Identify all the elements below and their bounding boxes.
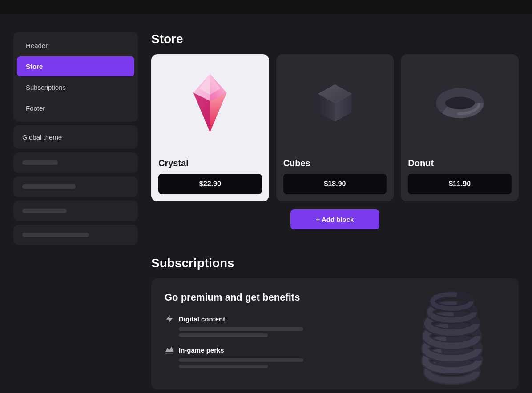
- subscription-visual: [394, 287, 510, 385]
- sidebar-placeholder-2: [13, 176, 138, 197]
- crown-icon: [165, 345, 174, 355]
- benefit-header-digital: Digital content: [165, 314, 369, 324]
- benefit-lines-digital: [179, 327, 369, 337]
- store-section: Store: [151, 32, 519, 256]
- sidebar-placeholder-4: [13, 225, 138, 245]
- sidebar-nav: Header Store Subscriptions Footer: [13, 32, 138, 122]
- placeholder-bar: [22, 184, 76, 189]
- card-info-cubes: Cubes $18.90: [276, 152, 394, 201]
- benefit-line: [179, 358, 303, 362]
- subscriptions-title: Subscriptions: [151, 256, 519, 270]
- card-info-donut: Donut $11.90: [401, 152, 519, 201]
- benefit-line: [179, 327, 303, 331]
- main-content: Store: [151, 32, 532, 393]
- cubes-icon: [313, 81, 357, 125]
- sidebar-item-footer[interactable]: Footer: [17, 98, 134, 118]
- sidebar-placeholder-3: [13, 201, 138, 221]
- benefit-line: [179, 365, 268, 368]
- app-layout: Header Store Subscriptions Footer Global…: [0, 14, 532, 393]
- donut-price-button[interactable]: $11.90: [408, 174, 512, 194]
- cubes-price-button[interactable]: $18.90: [283, 174, 387, 194]
- donut-icon: [433, 81, 487, 125]
- store-title: Store: [151, 32, 519, 46]
- store-cards-grid: Crystal $22.90: [151, 54, 519, 201]
- crystal-icon: [183, 72, 237, 134]
- benefit-header-ingame: In-game perks: [165, 345, 369, 355]
- add-block-button[interactable]: + Add block: [290, 209, 379, 229]
- benefit-ingame-perks: In-game perks: [165, 345, 369, 368]
- benefit-digital-content: Digital content: [165, 314, 369, 337]
- benefit-line: [179, 333, 268, 337]
- subscription-content: Go premium and get benefits Digital cont…: [165, 292, 369, 376]
- card-name-cubes: Cubes: [283, 158, 387, 168]
- card-image-crystal: [151, 54, 269, 152]
- benefit-lines-ingame: [179, 358, 369, 368]
- card-image-cubes: [276, 54, 394, 152]
- lightning-icon: [165, 314, 174, 324]
- card-image-donut: [401, 54, 519, 152]
- store-card-donut[interactable]: Donut $11.90: [401, 54, 519, 201]
- card-name-crystal: Crystal: [158, 158, 262, 168]
- benefit-label-digital: Digital content: [179, 315, 225, 323]
- card-info-crystal: Crystal $22.90: [151, 152, 269, 201]
- card-name-donut: Donut: [408, 158, 512, 168]
- placeholder-bar: [22, 160, 58, 165]
- subscriptions-section: Subscriptions Go premium and get benefit…: [151, 256, 519, 389]
- global-theme-section[interactable]: Global theme: [13, 125, 138, 149]
- sidebar-placeholder-1: [13, 152, 138, 173]
- benefit-label-ingame: In-game perks: [179, 346, 224, 354]
- sidebar-item-header[interactable]: Header: [17, 36, 134, 56]
- sidebar: Header Store Subscriptions Footer Global…: [13, 32, 138, 393]
- store-card-cubes[interactable]: Cubes $18.90: [276, 54, 394, 201]
- spiral-icon: [403, 287, 501, 385]
- store-card-crystal[interactable]: Crystal $22.90: [151, 54, 269, 201]
- sidebar-item-subscriptions[interactable]: Subscriptions: [17, 77, 134, 97]
- placeholder-bar: [22, 233, 89, 237]
- top-bar: [0, 0, 532, 14]
- subscription-card: Go premium and get benefits Digital cont…: [151, 278, 519, 389]
- sidebar-item-store[interactable]: Store: [17, 56, 134, 76]
- crystal-price-button[interactable]: $22.90: [158, 174, 262, 194]
- placeholder-bar: [22, 209, 67, 213]
- subscription-headline: Go premium and get benefits: [165, 292, 369, 303]
